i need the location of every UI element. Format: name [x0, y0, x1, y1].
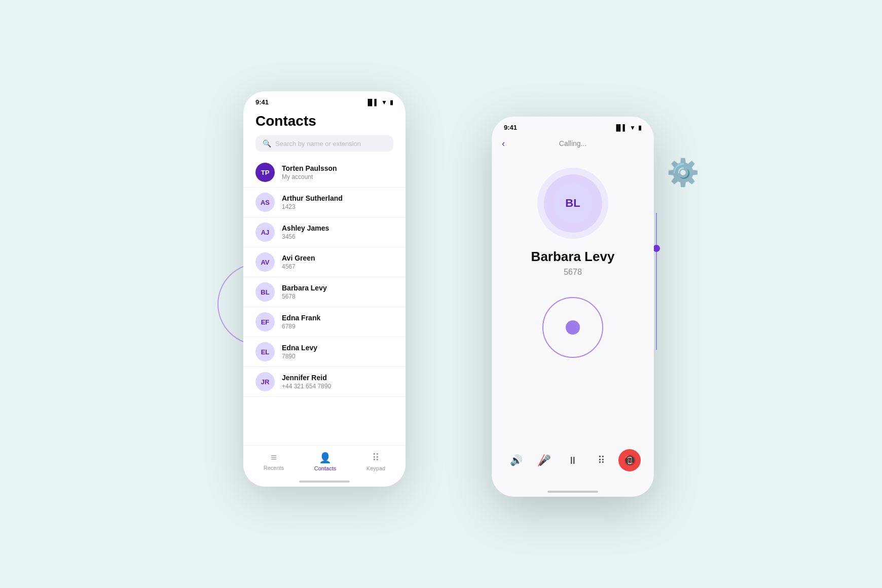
- calling-top-bar: ‹ Calling...: [492, 134, 654, 148]
- signal-icons-contacts: ▐▌▌ ▼ ▮: [366, 99, 393, 106]
- svg-point-3: [653, 245, 660, 252]
- wifi-icon: ▼: [381, 99, 387, 106]
- time-contacts: 9:41: [255, 98, 269, 106]
- search-placeholder: Search by name or extension: [275, 140, 361, 148]
- calling-status: Calling...: [559, 139, 586, 148]
- contact-item-ef[interactable]: EF Edna Frank 6789: [243, 307, 406, 337]
- tab-recents-label: Recents: [264, 465, 284, 471]
- contact-item-aj[interactable]: AJ Ashley James 3456: [243, 217, 406, 247]
- status-bar-contacts: 9:41 ▐▌▌ ▼ ▮: [243, 91, 406, 109]
- contact-name-bl: Barbara Levy: [282, 284, 393, 292]
- contacts-phone: 9:41 ▐▌▌ ▼ ▮ Contacts 🔍 Search by name o…: [243, 91, 406, 487]
- contact-item-av[interactable]: AV Avi Green 4567: [243, 247, 406, 277]
- mute-button[interactable]: 🎤╱: [533, 449, 556, 471]
- contact-name-av: Avi Green: [282, 254, 393, 262]
- recents-icon: ≡: [271, 452, 277, 463]
- avatar-av: AV: [255, 252, 275, 272]
- contact-ext-av: 4567: [282, 263, 393, 270]
- gear-icon: ⚙️: [667, 157, 700, 188]
- keypad-button[interactable]: ⠿: [590, 449, 612, 471]
- keypad-icon: ⠿: [372, 452, 380, 464]
- avatar-as: AS: [255, 193, 275, 212]
- caller-avatar-wrap: BL: [537, 168, 608, 239]
- end-call-button[interactable]: 📵: [618, 449, 641, 471]
- avatar-jr: JR: [255, 372, 275, 391]
- avatar-aj: AJ: [255, 223, 275, 242]
- contact-ext-ef: 6789: [282, 323, 393, 330]
- status-bar-calling: 9:41 ▐▌▌ ▼ ▮: [492, 117, 654, 134]
- avatar-ef: EF: [255, 312, 275, 332]
- contact-info-aj: Ashley James 3456: [282, 224, 393, 240]
- caller-initials: BL: [565, 197, 580, 210]
- contact-ext-bl: 5678: [282, 293, 393, 300]
- caller-avatar: BL: [553, 183, 593, 224]
- contacts-title: Contacts: [255, 113, 393, 129]
- end-call-icon: 📵: [623, 454, 636, 466]
- contact-list: TP Torten Paulsson My account AS Arthur …: [243, 158, 406, 397]
- end-call-dot: [566, 320, 580, 335]
- contact-name-ef: Edna Frank: [282, 314, 393, 322]
- signal-icons-calling: ▐▌▌ ▼ ▮: [614, 124, 642, 131]
- speaker-button[interactable]: 🔊: [505, 449, 527, 471]
- scene: ⚙️ 9:41 ▐▌▌ ▼ ▮ Contacts 🔍 Search by nam…: [213, 66, 669, 522]
- avatar-tp: TP: [255, 163, 275, 182]
- contact-info-as: Arthur Sutherland 1423: [282, 194, 393, 210]
- tab-recents[interactable]: ≡ Recents: [264, 452, 284, 471]
- battery-icon: ▮: [390, 99, 393, 106]
- back-button[interactable]: ‹: [502, 138, 505, 149]
- tab-contacts[interactable]: 👤 Contacts: [314, 452, 336, 471]
- battery-icon-call: ▮: [638, 124, 642, 131]
- tab-contacts-label: Contacts: [314, 465, 336, 471]
- wifi-icon-call: ▼: [630, 124, 636, 131]
- contact-item-jr[interactable]: JR Jennifer Reid +44 321 654 7890: [243, 367, 406, 397]
- search-icon: 🔍: [263, 139, 271, 148]
- contact-name-tp: Torten Paulsson: [282, 164, 393, 172]
- contact-name-el: Edna Levy: [282, 344, 393, 352]
- contact-ext-jr: +44 321 654 7890: [282, 383, 393, 390]
- keypad-icon-ctrl: ⠿: [598, 454, 605, 466]
- search-bar[interactable]: 🔍 Search by name or extension: [255, 135, 393, 152]
- tab-keypad[interactable]: ⠿ Keypad: [366, 452, 385, 471]
- contact-item-bl[interactable]: BL Barbara Levy 5678: [243, 277, 406, 307]
- contact-item-tp[interactable]: TP Torten Paulsson My account: [243, 158, 406, 188]
- time-calling: 9:41: [504, 124, 517, 131]
- home-indicator-calling: [547, 491, 598, 493]
- avatar-bl: BL: [255, 282, 275, 302]
- call-controls: 🔊 🎤╱ ⏸ ⠿ 📵: [492, 449, 654, 471]
- mute-icon: 🎤╱: [538, 454, 551, 466]
- pause-button[interactable]: ⏸: [562, 449, 584, 471]
- contact-ext-el: 7890: [282, 353, 393, 360]
- speaker-icon: 🔊: [510, 454, 523, 466]
- tab-keypad-label: Keypad: [366, 465, 385, 471]
- caller-name: Barbara Levy: [492, 249, 654, 265]
- signal-icon-call: ▐▌▌: [614, 124, 628, 131]
- end-call-area: [542, 297, 603, 358]
- calling-phone: 9:41 ▐▌▌ ▼ ▮ ‹ Calling... BL Barbara Lev…: [492, 117, 654, 497]
- contact-info-jr: Jennifer Reid +44 321 654 7890: [282, 374, 393, 390]
- contacts-icon: 👤: [319, 452, 332, 464]
- contact-info-av: Avi Green 4567: [282, 254, 393, 270]
- contacts-header: Contacts 🔍 Search by name or extension: [243, 109, 406, 158]
- pause-icon: ⏸: [568, 455, 578, 466]
- contact-info-bl: Barbara Levy 5678: [282, 284, 393, 300]
- contact-ext-tp: My account: [282, 173, 393, 180]
- contact-info-tp: Torten Paulsson My account: [282, 164, 393, 180]
- caller-ext: 5678: [492, 268, 654, 277]
- contact-ext-aj: 3456: [282, 233, 393, 240]
- avatar-el: EL: [255, 342, 275, 361]
- contact-name-jr: Jennifer Reid: [282, 374, 393, 382]
- home-indicator-contacts: [299, 481, 350, 483]
- contact-item-as[interactable]: AS Arthur Sutherland 1423: [243, 188, 406, 217]
- contact-item-el[interactable]: EL Edna Levy 7890: [243, 337, 406, 367]
- contact-name-aj: Ashley James: [282, 224, 393, 232]
- signal-icon: ▐▌▌: [366, 99, 379, 106]
- contact-info-ef: Edna Frank 6789: [282, 314, 393, 330]
- contact-ext-as: 1423: [282, 203, 393, 210]
- contact-name-as: Arthur Sutherland: [282, 194, 393, 202]
- contact-info-el: Edna Levy 7890: [282, 344, 393, 360]
